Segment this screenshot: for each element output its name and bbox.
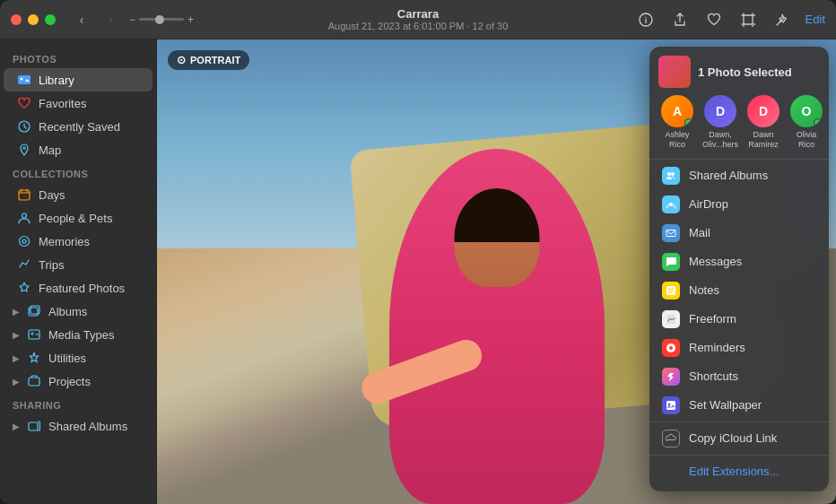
svg-point-9 [20,237,30,247]
person-hair-top [454,188,539,243]
svg-rect-3 [18,75,30,84]
sidebar-item-people-pets[interactable]: People & Pets [4,206,152,230]
zoom-minus-button[interactable]: − [129,13,135,26]
contact-dawn-oliv[interactable]: D Dawn, Oliv...hers [701,95,739,150]
sidebar-label-media-types: Media Types [48,328,144,342]
menu-label-extensions: Edit Extensions... [689,465,779,478]
main-content: Photos Library Favorites [0,39,836,504]
contact-avatar-dawn1: D [704,95,736,127]
mail-menu-icon [662,224,680,242]
map-icon [16,142,32,158]
menu-item-wallpaper[interactable]: Set Wallpaper [649,391,829,420]
sidebar-item-recently-saved[interactable]: Recently Saved [4,115,152,138]
library-icon [16,72,32,88]
window-title: Carrara [328,7,509,21]
minimize-button[interactable] [28,14,39,25]
menu-item-icloud[interactable]: Copy iCloud Link [649,424,829,453]
sidebar-item-trips[interactable]: Trips [4,253,152,276]
magic-button[interactable] [771,9,793,30]
edit-button[interactable]: Edit [806,13,825,26]
menu-item-shortcuts[interactable]: Shortcuts [649,362,829,391]
menu-label-mail: Mail [689,226,710,239]
sidebar-item-library[interactable]: Library [4,68,152,91]
info-button[interactable]: i [635,9,657,30]
contact-ashley[interactable]: A Ashley Rico [658,95,696,150]
window-subtitle: August 21, 2023 at 6:01:00 PM · 12 of 30 [328,21,509,31]
svg-rect-20 [666,230,675,236]
sidebar-label-library: Library [39,74,144,87]
sidebar-item-albums[interactable]: ▶ Albums [4,300,152,323]
wallpaper-menu-icon [662,396,680,414]
sidebar-item-memories[interactable]: Memories [4,230,152,253]
svg-point-14 [31,333,33,335]
menu-item-reminders[interactable]: Reminders [649,334,829,362]
online-dot-olivia [814,118,822,126]
recently-saved-icon [16,118,32,135]
menu-item-shared-albums[interactable]: Shared Albums [649,161,829,190]
forward-button[interactable]: › [100,10,120,30]
sidebar-label-albums: Albums [48,305,144,318]
shared-albums-icon [26,418,42,434]
albums-chevron: ▶ [13,307,20,317]
menu-item-extensions[interactable]: Edit Extensions... [649,457,829,486]
sidebar-item-projects[interactable]: ▶ Projects [4,369,152,393]
contact-olivia[interactable]: O Olivia Rico [788,95,825,150]
extensions-menu-icon [662,463,680,481]
sidebar-item-favorites[interactable]: Favorites [4,91,152,115]
sidebar-item-shared-albums[interactable]: ▶ Shared Albums [4,414,152,438]
sidebar-label-days: Days [39,188,144,202]
nav-controls: ‹ › − + [72,10,194,30]
contact-dawn-ramirez[interactable]: D Dawn Ramirez [745,95,782,150]
menu-label-shortcuts: Shortcuts [689,369,738,383]
crop-button[interactable] [737,9,759,30]
shared-albums-menu-icon [662,167,680,185]
share-header: 1 Photo Selected [649,56,829,95]
menu-item-freeform[interactable]: Freeform [649,305,829,334]
menu-label-reminders: Reminders [689,341,745,354]
zoom-plus-button[interactable]: + [187,13,194,26]
svg-point-8 [22,213,27,218]
menu-label-airdrop: AirDrop [689,197,728,211]
back-button[interactable]: ‹ [72,10,91,30]
share-button[interactable] [669,9,691,30]
fullscreen-button[interactable] [45,14,56,25]
share-popup: 1 Photo Selected A Ashley Rico D [649,47,829,491]
sidebar-label-featured-photos: Featured Photos [39,282,144,295]
projects-icon [26,373,42,389]
trips-icon [16,256,32,273]
sidebar-item-featured-photos[interactable]: Featured Photos [4,276,152,300]
projects-chevron: ▶ [13,377,20,387]
sidebar-item-media-types[interactable]: ▶ Media Types [4,323,152,346]
traffic-lights [11,14,56,25]
menu-item-mail[interactable]: Mail [649,219,829,248]
menu-label-shared-albums: Shared Albums [689,169,768,182]
sidebar-item-utilities[interactable]: ▶ Utilities [4,346,152,369]
toolbar-actions: i [635,9,825,30]
svg-point-4 [21,78,23,81]
window-title-area: Carrara August 21, 2023 at 6:01:00 PM · … [328,7,509,31]
menu-label-notes: Notes [689,283,719,297]
menu-item-notes[interactable]: Notes [649,276,829,305]
zoom-slider[interactable] [139,18,184,21]
menu-label-wallpaper: Set Wallpaper [689,398,762,412]
photo-area: ⊙ PORTRAIT 1 Photo Selected A Ashley Ric… [157,39,836,504]
sidebar-item-days[interactable]: Days [4,183,152,206]
days-icon [16,187,32,203]
contact-name-dawn2: Dawn Ramirez [745,130,782,150]
sidebar-label-people-pets: People & Pets [39,212,144,225]
messages-menu-icon [662,253,680,271]
menu-label-messages: Messages [689,255,742,268]
menu-item-airdrop[interactable]: AirDrop [649,190,829,219]
contact-name-olivia: Olivia Rico [788,130,825,150]
close-button[interactable] [11,14,22,25]
svg-point-6 [23,147,26,150]
app-window: ‹ › − + Carrara August 21, 2023 at 6:01:… [0,0,836,504]
sidebar-item-map[interactable]: Map [4,138,152,161]
icloud-menu-icon [662,430,680,448]
media-types-icon [26,326,42,343]
menu-item-messages[interactable]: Messages [649,248,829,276]
sidebar-label-recently-saved: Recently Saved [39,120,144,134]
media-types-chevron: ▶ [13,330,20,340]
favorite-button[interactable] [703,9,725,30]
memories-icon [16,233,32,249]
